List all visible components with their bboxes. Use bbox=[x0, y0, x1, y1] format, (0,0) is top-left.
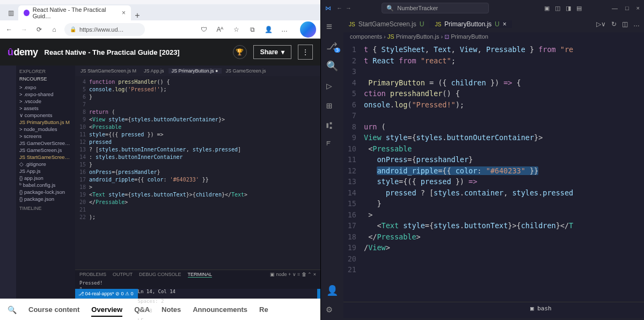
code-line[interactable]: 7 bbox=[343, 110, 644, 121]
explorer-item[interactable]: ∨ components bbox=[19, 112, 72, 119]
panel-tab-problems[interactable]: PROBLEMS bbox=[79, 272, 106, 278]
code-line[interactable]: 10 <Pressable bbox=[343, 143, 644, 155]
status-left[interactable]: ⎇ 04-real-apps* ⊘ 0 ⚠ 0 bbox=[78, 291, 134, 296]
panel-tab-terminal[interactable]: TERMINAL bbox=[188, 272, 213, 278]
code-line[interactable]: 2t React from "react"; bbox=[343, 55, 644, 67]
editor-tab[interactable]: JS StartGameScreen.js M bbox=[77, 68, 140, 74]
activity-icon[interactable]: ⊞ bbox=[326, 100, 338, 111]
explorer-item[interactable]: ᵇ babel.config.js bbox=[19, 181, 72, 188]
share-button[interactable]: Share▾ bbox=[253, 45, 291, 59]
breadcrumb-seg[interactable]: PrimaryButton.js bbox=[396, 33, 440, 40]
refresh-icon[interactable]: ⟳ bbox=[34, 26, 44, 33]
explorer-item[interactable]: JS GameScreen.js bbox=[19, 147, 72, 154]
panel-tab-debug[interactable]: DEBUG CONSOLE bbox=[139, 272, 181, 278]
nav-back-icon[interactable]: ← bbox=[336, 5, 342, 11]
code-line[interactable]: 8urn ( bbox=[343, 121, 644, 133]
back-icon[interactable]: ← bbox=[4, 26, 14, 33]
tab-action-icon[interactable]: … bbox=[633, 20, 640, 28]
panel-tab-output[interactable]: OUTPUT bbox=[113, 272, 133, 278]
favorite-icon[interactable]: ☆ bbox=[231, 26, 241, 33]
menu-icon[interactable]: … bbox=[280, 26, 289, 33]
udemy-logo[interactable]: demy bbox=[8, 47, 38, 58]
command-center[interactable]: 🔍 NumberTracker bbox=[382, 3, 489, 13]
forward-icon[interactable]: → bbox=[19, 26, 29, 33]
layout-icon[interactable]: ◨ bbox=[566, 5, 571, 12]
editor-tab[interactable]: JS PrimaryButton.js bbox=[169, 68, 222, 74]
activity-icon[interactable]: 🔍 bbox=[326, 60, 338, 71]
activity-icon[interactable]: ⑆ bbox=[326, 120, 338, 131]
explorer-item[interactable]: {} package-lock.json bbox=[19, 188, 72, 195]
shield-icon[interactable]: 🛡 bbox=[199, 26, 209, 33]
status-item[interactable]: Ln 14, Col 14 bbox=[138, 289, 317, 294]
text-size-icon[interactable]: Aᴬ bbox=[215, 26, 225, 33]
code-editor[interactable]: 1t { StyleSheet, Text, View, Pressable }… bbox=[343, 43, 644, 302]
explorer-item[interactable]: JS GameOverScreen.js bbox=[19, 140, 72, 147]
bing-icon[interactable] bbox=[300, 21, 316, 38]
window-control-icon[interactable]: — bbox=[612, 5, 618, 11]
code-line[interactable]: 12 android_ripple={{ color: "#640233" }} bbox=[343, 165, 644, 177]
url-input[interactable]: 🔒 https://www.ud… bbox=[64, 23, 145, 36]
status-item[interactable]: UTF-8 bbox=[138, 308, 317, 314]
status-item[interactable]: Spaces: 2 bbox=[138, 299, 317, 304]
code-line[interactable]: 4 PrimaryButton = ({ children }) => { bbox=[343, 77, 644, 89]
close-icon[interactable]: × bbox=[503, 20, 507, 28]
explorer-item[interactable]: > node_modules bbox=[19, 126, 72, 133]
explorer-item[interactable]: {} app.json bbox=[19, 174, 72, 181]
code-line[interactable]: 9View style={styles.buttonOuterContainer… bbox=[343, 132, 644, 143]
code-line[interactable]: 13 style={({ pressed }) => bbox=[343, 176, 644, 187]
course-tab[interactable]: Course content bbox=[28, 306, 79, 314]
explorer-item[interactable]: > .vscode bbox=[19, 98, 72, 105]
video-player[interactable]: EXPLORER RNCOURSE > .expo> .expo-shared>… bbox=[0, 66, 320, 299]
code-line[interactable]: 15 } bbox=[343, 198, 644, 209]
explorer-item[interactable]: ◇ .gitignore bbox=[19, 161, 72, 168]
status-item[interactable]: LF bbox=[138, 318, 317, 320]
explorer-item[interactable]: > screens bbox=[19, 133, 72, 140]
activity-icon[interactable]: ⚙ bbox=[326, 303, 338, 315]
layout-icon[interactable]: ▣ bbox=[544, 5, 550, 12]
code-line[interactable]: 17 <Text style={styles.buttonText}>{chil… bbox=[343, 220, 644, 231]
panel-action-icon[interactable]: ▣ bash bbox=[530, 305, 552, 312]
window-control-icon[interactable]: × bbox=[636, 5, 640, 11]
code-line[interactable]: 21 bbox=[343, 264, 644, 275]
explorer-item[interactable]: > assets bbox=[19, 105, 72, 112]
course-tab[interactable]: Overview bbox=[91, 306, 122, 317]
tab-action-icon[interactable]: ◫ bbox=[622, 20, 628, 28]
explorer-item[interactable]: JS StartGameScree… M bbox=[19, 154, 72, 161]
activity-icon[interactable]: ⎇ bbox=[326, 40, 338, 52]
code-line[interactable]: 19/View> bbox=[343, 242, 644, 253]
editor-tab[interactable]: JS GameScreen.js bbox=[223, 68, 269, 74]
layout-icon[interactable]: ▤ bbox=[576, 5, 582, 12]
code-line[interactable]: 11 onPress={presshandler} bbox=[343, 154, 644, 165]
code-line[interactable]: 20 bbox=[343, 253, 644, 265]
editor-tab[interactable]: JSPrimaryButton.jsU× bbox=[429, 20, 511, 28]
browser-tab[interactable]: React Native - The Practical Guid… × bbox=[18, 5, 131, 20]
explorer-item[interactable]: {} package.json bbox=[19, 195, 72, 202]
code-line[interactable]: 18 </Pressable> bbox=[343, 231, 644, 243]
code-line[interactable]: 16 > bbox=[343, 209, 644, 221]
home-icon[interactable]: ⌂ bbox=[49, 26, 59, 33]
explorer-item[interactable]: > .expo bbox=[19, 84, 72, 91]
activity-icon[interactable]: ≡ bbox=[326, 20, 338, 32]
breadcrumb[interactable]: components › JS PrimaryButton.js › ⊡ Pri… bbox=[343, 32, 644, 43]
editor-tab[interactable]: JS App.js bbox=[141, 68, 167, 74]
editor-tab[interactable]: JSStartGameScreen.jsU bbox=[343, 20, 429, 28]
code-line[interactable]: 6onsole.log("Pressed!"); bbox=[343, 99, 644, 111]
panel-right-actions[interactable]: ▣ node + ∨ ⌗ 🗑 ⌃ × bbox=[270, 272, 316, 278]
breadcrumb-seg[interactable]: PrimaryButton bbox=[451, 33, 488, 40]
layout-icon[interactable]: ◫ bbox=[555, 5, 560, 12]
activity-icon[interactable]: ꟳ bbox=[326, 140, 338, 151]
course-menu-button[interactable]: ⋮ bbox=[298, 45, 313, 60]
code-line[interactable]: 3 bbox=[343, 66, 644, 77]
close-tab-icon[interactable]: × bbox=[122, 9, 126, 17]
window-control-icon[interactable]: □ bbox=[625, 5, 629, 11]
nav-forward-icon[interactable]: → bbox=[346, 5, 352, 11]
breadcrumb-seg[interactable]: components bbox=[350, 33, 382, 40]
tab-action-icon[interactable]: ▷∨ bbox=[596, 20, 606, 28]
new-tab-button[interactable]: + bbox=[131, 11, 144, 20]
collections-icon[interactable]: ⧉ bbox=[247, 26, 257, 33]
explorer-item[interactable]: JS App.js bbox=[19, 168, 72, 174]
code-line[interactable]: 1t { StyleSheet, Text, View, Pressable }… bbox=[343, 44, 644, 55]
trophy-icon[interactable]: 🏆 bbox=[233, 45, 247, 59]
course-search-icon[interactable]: 🔍 bbox=[8, 306, 17, 314]
profile-icon[interactable]: 👤 bbox=[264, 26, 273, 33]
